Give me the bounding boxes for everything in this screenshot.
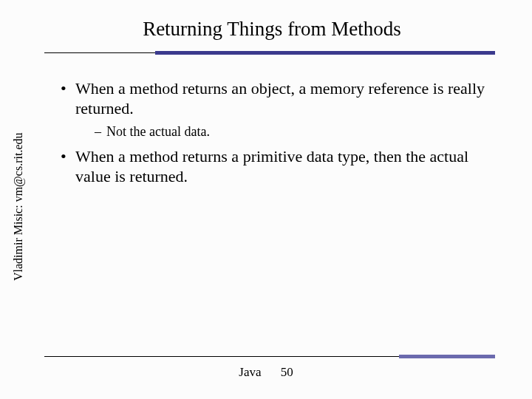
sub-bullet-list: Not the actual data. xyxy=(75,123,492,140)
bullet-text: When a method returns a primitive data t… xyxy=(75,147,468,185)
bullet-item: When a method returns an object, a memor… xyxy=(61,79,492,140)
slide-title: Returning Things from Methods xyxy=(52,18,492,41)
bullet-text: When a method returns an object, a memor… xyxy=(75,79,485,117)
author-credit: Vladimir Misic: vm@cs.rit.edu xyxy=(12,133,25,281)
bullet-item: When a method returns a primitive data t… xyxy=(61,147,492,187)
sub-bullet-item: Not the actual data. xyxy=(95,123,492,140)
sub-bullet-text: Not the actual data. xyxy=(106,124,210,139)
bullet-list: When a method returns an object, a memor… xyxy=(52,79,492,187)
footer-divider xyxy=(44,355,495,359)
slide: Returning Things from Methods When a met… xyxy=(0,0,532,399)
footer-label: Java xyxy=(239,365,261,379)
footer: Java 50 xyxy=(0,365,532,380)
title-divider xyxy=(52,51,492,55)
page-number: 50 xyxy=(281,365,293,379)
